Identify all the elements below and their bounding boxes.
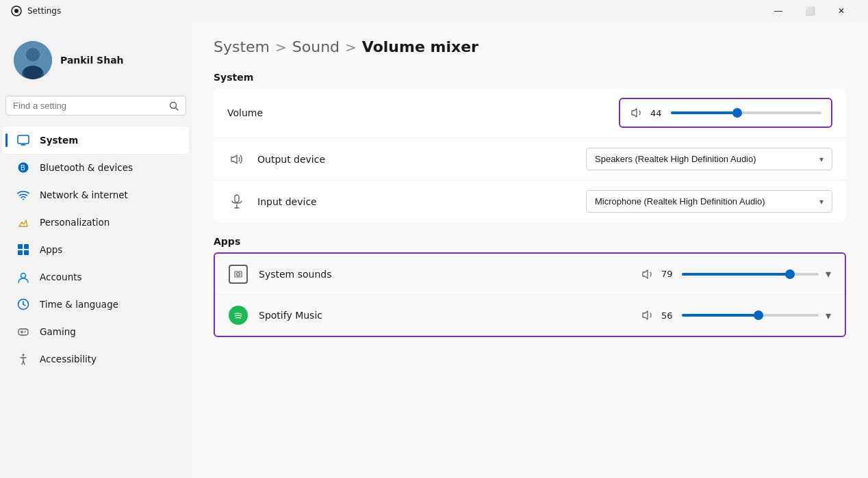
search-input[interactable] — [13, 101, 164, 111]
bluetooth-icon: B — [16, 161, 30, 174]
minimize-button[interactable]: — — [763, 0, 794, 22]
volume-speaker-icon — [630, 106, 643, 120]
svg-point-33 — [238, 274, 239, 275]
search-container — [0, 96, 192, 127]
svg-text:B: B — [21, 164, 25, 172]
volume-value: 44 — [650, 108, 664, 118]
network-icon — [16, 188, 30, 202]
apps-section: Apps System sounds — [214, 236, 846, 337]
output-device-dropdown[interactable]: Speakers (Realtek High Definition Audio)… — [586, 148, 832, 170]
user-profile: Pankil Shah — [0, 30, 192, 96]
breadcrumb-sep1: > — [275, 39, 287, 55]
input-device-icon — [227, 192, 246, 211]
breadcrumb-current: Volume mixer — [362, 38, 478, 55]
svg-point-1 — [14, 9, 18, 13]
accounts-icon — [16, 270, 30, 284]
search-icon — [169, 101, 179, 111]
output-device-value: Speakers (Realtek High Definition Audio) — [595, 154, 756, 164]
sidebar-item-personalization[interactable]: Personalization — [3, 209, 189, 236]
system-sounds-icon — [229, 265, 248, 284]
breadcrumb-system[interactable]: System — [214, 38, 270, 55]
sidebar: Pankil Shah — [0, 22, 192, 478]
input-device-chevron: ▾ — [819, 197, 824, 207]
sidebar-item-bluetooth-label: Bluetooth & devices — [40, 162, 133, 173]
svg-rect-16 — [18, 250, 23, 255]
avatar-svg — [14, 41, 52, 79]
sidebar-item-time[interactable]: Time & language — [3, 291, 189, 318]
sidebar-item-apps[interactable]: Apps — [3, 236, 189, 263]
breadcrumb-sound[interactable]: Sound — [292, 38, 340, 55]
nav-list: System B Bluetooth & devices — [0, 127, 192, 373]
svg-rect-14 — [18, 244, 23, 249]
window-controls: — ⬜ ✕ — [763, 0, 857, 22]
svg-point-13 — [23, 199, 24, 200]
svg-point-27 — [23, 354, 25, 356]
sidebar-item-time-label: Time & language — [40, 299, 118, 310]
input-device-row: Input device Microphone (Realtek High De… — [214, 181, 846, 222]
system-sounds-slider-fill — [682, 273, 790, 276]
system-sounds-slider[interactable] — [682, 273, 819, 276]
apps-icon — [16, 243, 30, 256]
volume-control: 44 — [619, 98, 832, 128]
sidebar-item-accounts[interactable]: Accounts — [3, 263, 189, 291]
window-title: Settings — [27, 6, 61, 16]
svg-line-7 — [176, 107, 179, 110]
personalization-icon — [16, 215, 30, 229]
system-settings-card: Volume 44 — [214, 88, 846, 222]
sidebar-item-system-label: System — [40, 135, 78, 146]
apps-highlighted-card: System sounds 79 ▾ — [214, 252, 846, 337]
spotify-logo — [229, 306, 248, 325]
volume-highlight-box: 44 — [619, 98, 832, 128]
output-device-row: Output device Speakers (Realtek High Def… — [214, 138, 846, 181]
svg-rect-8 — [18, 135, 29, 144]
sidebar-item-bluetooth[interactable]: B Bluetooth & devices — [3, 154, 189, 181]
svg-point-18 — [21, 274, 26, 278]
volume-slider-fill — [671, 111, 737, 114]
svg-line-21 — [23, 304, 25, 306]
sidebar-item-accessibility[interactable]: Accessibility — [3, 345, 189, 373]
settings-titlebar-icon — [11, 5, 22, 16]
spotify-expand-icon[interactable]: ▾ — [826, 309, 831, 322]
breadcrumb-sep2: > — [345, 39, 357, 55]
volume-label: Volume — [227, 107, 619, 118]
system-sounds-value: 79 — [661, 269, 675, 279]
sidebar-item-system[interactable]: System — [3, 127, 189, 154]
output-device-chevron: ▾ — [819, 155, 824, 164]
spotify-row: Spotify Music 56 ▾ — [215, 295, 845, 336]
sidebar-item-accounts-label: Accounts — [40, 271, 82, 282]
sidebar-item-accessibility-label: Accessibility — [40, 354, 97, 364]
sidebar-item-network[interactable]: Network & internet — [3, 181, 189, 209]
spotify-slider-thumb — [754, 310, 763, 320]
maximize-button[interactable]: ⬜ — [794, 0, 826, 22]
avatar — [14, 41, 52, 79]
main-window: Pankil Shah — [0, 22, 868, 478]
spotify-slider[interactable] — [682, 314, 819, 317]
system-sounds-label: System sounds — [259, 269, 641, 280]
spotify-speaker-icon — [641, 308, 654, 322]
output-device-control: Speakers (Realtek High Definition Audio)… — [586, 148, 832, 170]
sidebar-item-personalization-label: Personalization — [40, 217, 110, 228]
spotify-label: Spotify Music — [259, 310, 641, 321]
input-device-dropdown[interactable]: Microphone (Realtek High Definition Audi… — [586, 190, 832, 213]
svg-point-5 — [23, 66, 42, 79]
sys-sounds-box-icon — [229, 265, 248, 284]
svg-rect-15 — [24, 244, 29, 249]
output-device-icon — [227, 150, 246, 169]
system-sounds-expand-icon[interactable]: ▾ — [826, 267, 831, 280]
output-device-label: Output device — [257, 154, 586, 165]
volume-slider[interactable] — [671, 111, 821, 114]
input-device-label: Input device — [257, 196, 586, 207]
svg-rect-17 — [24, 250, 29, 255]
svg-point-26 — [24, 332, 25, 333]
close-button[interactable]: ✕ — [826, 0, 857, 22]
search-box[interactable] — [5, 96, 186, 116]
sidebar-item-apps-label: Apps — [40, 244, 62, 255]
input-device-control: Microphone (Realtek High Definition Audi… — [586, 190, 832, 213]
sidebar-item-gaming-label: Gaming — [40, 326, 76, 337]
input-device-value: Microphone (Realtek High Definition Audi… — [595, 196, 765, 207]
accessibility-icon — [16, 352, 30, 366]
system-sounds-slider-thumb — [785, 269, 795, 279]
sidebar-item-gaming[interactable]: Gaming — [3, 318, 189, 345]
svg-point-25 — [25, 331, 26, 332]
gaming-icon — [16, 325, 30, 338]
